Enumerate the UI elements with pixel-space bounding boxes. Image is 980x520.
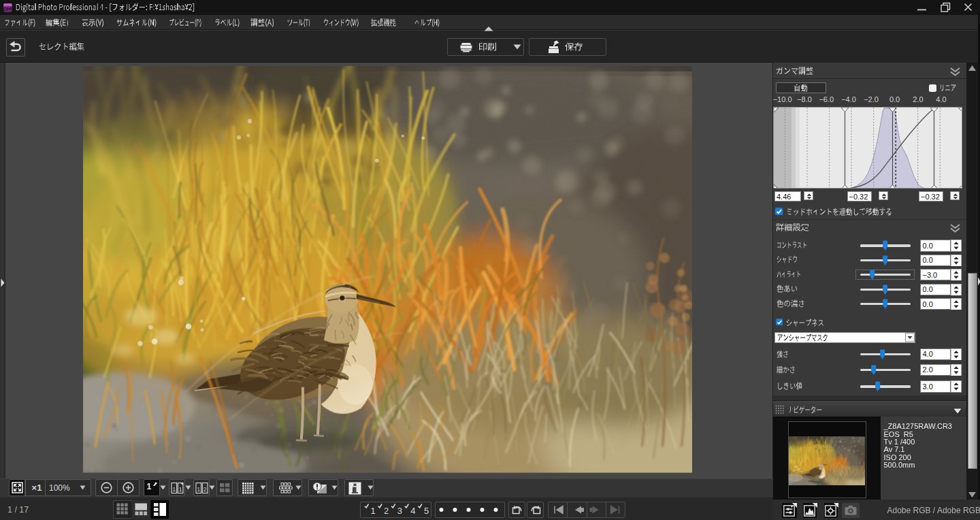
svg-text:DPP: DPP xyxy=(3,7,13,12)
svg-text:4: 4 xyxy=(410,506,415,516)
svg-text:1: 1 xyxy=(179,485,182,492)
svg-text:1: 1 xyxy=(197,485,200,492)
svg-text:5: 5 xyxy=(423,506,428,516)
svg-text:1: 1 xyxy=(172,485,176,492)
svg-text:1: 1 xyxy=(370,506,375,516)
svg-text:2: 2 xyxy=(384,506,389,516)
svg-text:2: 2 xyxy=(203,485,207,492)
svg-text:3: 3 xyxy=(397,506,402,516)
